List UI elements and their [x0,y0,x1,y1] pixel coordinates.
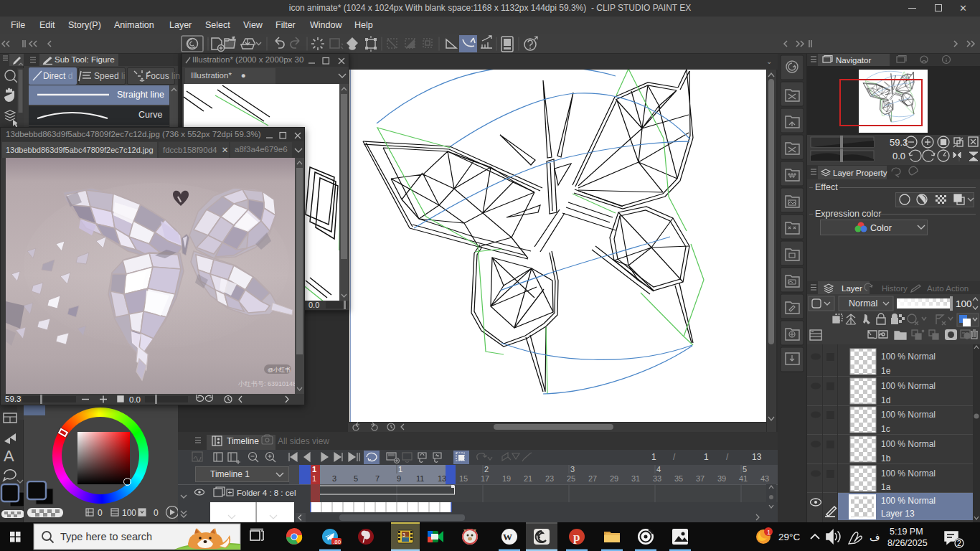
svg-text:11: 11 [416,474,424,483]
svg-text:Color: Color [870,223,892,233]
svg-text:29: 29 [610,474,618,483]
svg-text:13: 13 [752,452,762,462]
svg-text:19: 19 [502,474,511,483]
svg-text:5: 5 [743,465,747,474]
svg-text:2: 2 [484,465,489,474]
svg-text:ف: ف [870,532,880,543]
svg-text:小红书号: 639101484: 小红书号: 639101484 [237,380,295,387]
svg-text:Navigator: Navigator [836,56,871,65]
svg-text:/: / [673,452,676,462]
svg-text:43: 43 [760,474,769,483]
svg-text:1: 1 [312,465,316,474]
svg-text:1c: 1c [881,424,890,434]
svg-text:9: 9 [397,474,401,483]
svg-text:.80: .80 [333,539,341,545]
svg-text:37: 37 [696,474,705,483]
svg-text:All sides view: All sides view [278,436,329,446]
svg-text:4: 4 [656,465,661,474]
svg-text:Timeline: Timeline [227,436,259,446]
svg-text:3: 3 [402,532,405,537]
svg-text:/: / [726,452,729,462]
svg-text:1: 1 [767,529,771,536]
svg-text:0.0: 0.0 [892,151,905,161]
svg-text:p: p [573,530,580,544]
svg-text:31: 31 [631,474,640,483]
svg-text:0: 0 [154,508,159,518]
svg-text:@小红书: @小红书 [268,367,291,373]
svg-text:41: 41 [739,474,748,483]
svg-text:1b: 1b [881,453,891,463]
svg-text:1: 1 [312,474,316,483]
svg-text:15: 15 [459,474,468,483]
svg-text:5: 5 [354,474,358,483]
svg-text:2: 2 [957,539,961,547]
svg-text:1: 1 [651,452,656,462]
svg-text:27: 27 [588,474,597,483]
svg-text:W: W [503,532,512,542]
svg-text:0: 0 [98,508,103,518]
svg-text:100 % Normal: 100 % Normal [881,496,936,506]
svg-text:3: 3 [332,474,336,483]
svg-text:7: 7 [375,474,380,483]
svg-text:29°C: 29°C [778,532,800,542]
svg-text:0.0: 0.0 [129,395,141,404]
svg-text:1e: 1e [881,366,891,376]
svg-text:Folder 4 : 8 : cel: Folder 4 : 8 : cel [237,489,296,497]
svg-text:21: 21 [524,474,532,483]
svg-text:5:19 PM: 5:19 PM [890,527,923,537]
svg-text:1d: 1d [881,395,890,405]
svg-text:Type here to search: Type here to search [60,531,152,542]
svg-text:1: 1 [398,465,402,474]
svg-text:100: 100 [122,508,136,518]
svg-text:23: 23 [545,474,554,483]
svg-text:25: 25 [567,474,575,483]
svg-text:39: 39 [717,474,726,483]
svg-text:33: 33 [653,474,661,483]
svg-text:35: 35 [674,474,683,483]
svg-text:Layer Property: Layer Property [833,169,887,177]
svg-text:17: 17 [481,474,489,483]
svg-text:1: 1 [704,452,709,462]
svg-text:8/26/2025: 8/26/2025 [887,538,928,548]
svg-text:100: 100 [956,298,972,309]
svg-text:Layer 13: Layer 13 [881,509,915,519]
svg-text:Normal: Normal [849,298,877,309]
svg-text:13: 13 [438,474,446,483]
svg-text:Layer: Layer [842,284,862,293]
svg-text:Auto Action: Auto Action [927,284,969,293]
svg-text:3: 3 [570,465,575,474]
svg-text:History: History [882,284,908,293]
svg-text:A: A [4,447,14,465]
svg-text:1a: 1a [881,482,891,492]
